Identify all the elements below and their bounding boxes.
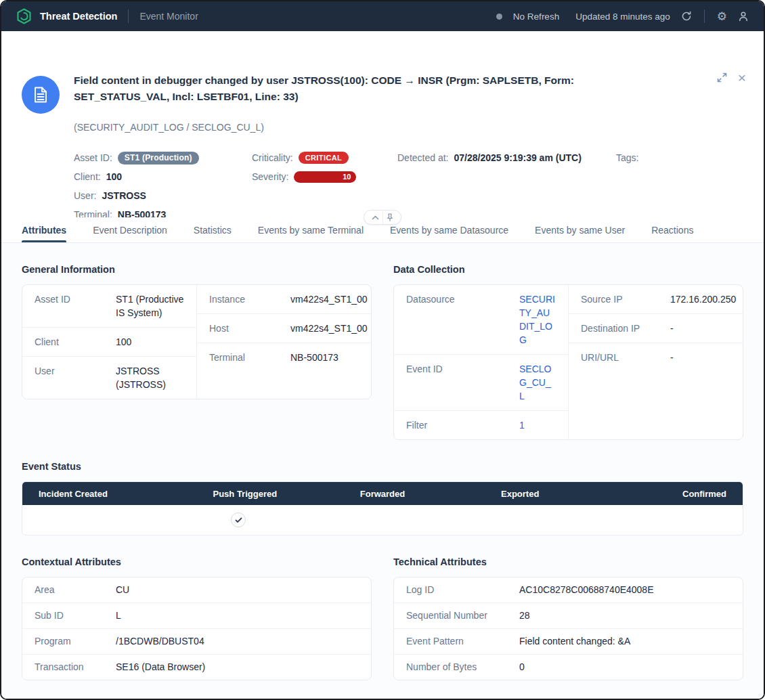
collapse-header-icon[interactable] bbox=[368, 211, 383, 224]
severity-label: Severity: bbox=[252, 171, 288, 182]
gear-icon[interactable]: ⚙ bbox=[717, 11, 727, 22]
row-label: Datasource bbox=[406, 292, 519, 347]
event-title: Field content in debugger changed by use… bbox=[74, 72, 578, 105]
table-row: Asset ID ST1 (Productive IS System) bbox=[22, 285, 196, 328]
table-row: Host vm422s4_ST1_00 bbox=[197, 314, 371, 343]
row-label: URI/URL bbox=[581, 351, 670, 364]
row-label: Log ID bbox=[406, 584, 519, 596]
row-value: SE16 (Data Browser) bbox=[116, 661, 205, 674]
push-triggered-cell bbox=[167, 512, 311, 527]
tab-reactions[interactable]: Reactions bbox=[651, 217, 693, 242]
meta-severity: Severity: 10 bbox=[252, 170, 356, 183]
row-label: Client bbox=[35, 335, 116, 349]
row-label: Sequential Number bbox=[406, 609, 519, 622]
row-label: Asset ID bbox=[35, 292, 116, 320]
row-label: Event Pattern bbox=[406, 635, 519, 648]
client-label: Client: bbox=[74, 171, 101, 182]
criticality-label: Criticality: bbox=[252, 152, 293, 163]
row-value: - bbox=[670, 322, 674, 335]
column-header: Forwarded bbox=[313, 489, 451, 499]
table-row: Terminal NB-500173 bbox=[197, 343, 371, 372]
row-label: Area bbox=[35, 584, 116, 596]
section-title: General Information bbox=[22, 264, 372, 275]
topbar-divider bbox=[128, 9, 129, 23]
filter-link[interactable]: 1 bbox=[519, 418, 525, 432]
row-label: Program bbox=[35, 635, 116, 648]
user-icon[interactable] bbox=[738, 11, 749, 22]
tab-statistics[interactable]: Statistics bbox=[194, 217, 232, 242]
asset-id-label: Asset ID: bbox=[74, 152, 112, 163]
meta-column-detected: Detected at: 07/28/2025 9:19:39 am (UTC) bbox=[397, 151, 582, 170]
row-label: Sub ID bbox=[35, 609, 116, 622]
tab-event-description[interactable]: Event Description bbox=[93, 217, 167, 242]
row-value: vm422s4_ST1_00 bbox=[290, 322, 359, 335]
data-collection-table: Datasource SECURITY_AUDIT_LOG Event ID S… bbox=[393, 284, 743, 440]
app-window: Threat Detection Event Monitor No Refres… bbox=[0, 0, 765, 700]
event-id-link[interactable]: SECLOG_CU_L bbox=[519, 362, 556, 403]
section-title: Contextual Attributes bbox=[22, 556, 372, 567]
table-row: Number of Bytes 0 bbox=[394, 655, 743, 680]
event-header-card: Field content in debugger changed by use… bbox=[1, 31, 764, 217]
row-value: /1BCDWB/DBUST04 bbox=[116, 635, 204, 648]
tab-events-same-user[interactable]: Events by same User bbox=[535, 217, 625, 242]
threat-detection-logo-icon bbox=[16, 8, 32, 24]
table-row: Log ID AC10C8278C00688740E4008E bbox=[394, 577, 743, 603]
row-value: - bbox=[670, 351, 674, 364]
table-row: Datasource SECURITY_AUDIT_LOG bbox=[394, 285, 568, 355]
row-value: 100 bbox=[116, 335, 131, 349]
row-value: Field content changed: &A bbox=[519, 635, 630, 648]
asset-id-badge: ST1 (Production) bbox=[118, 152, 199, 165]
table-row: User JSTROSS (JSTROSS) bbox=[22, 357, 196, 399]
event-status-section: Event Status Incident Created Push Trigg… bbox=[22, 461, 743, 535]
tab-events-same-terminal[interactable]: Events by same Terminal bbox=[258, 217, 364, 242]
row-label: User bbox=[35, 364, 116, 391]
detected-at-value: 07/28/2025 9:19:39 am (UTC) bbox=[454, 152, 582, 163]
nav-event-monitor[interactable]: Event Monitor bbox=[139, 11, 198, 22]
section-title: Data Collection bbox=[393, 264, 743, 275]
top-bar: Threat Detection Event Monitor No Refres… bbox=[1, 1, 764, 31]
tab-bar: Attributes Event Description Statistics … bbox=[1, 217, 764, 243]
tab-attributes[interactable]: Attributes bbox=[22, 217, 66, 242]
contextual-attributes-section: Contextual Attributes Area CU Sub ID L P… bbox=[22, 535, 372, 680]
refresh-status-dot-icon bbox=[496, 14, 502, 20]
brand: Threat Detection bbox=[16, 8, 117, 24]
severity-bar: 10 bbox=[294, 171, 356, 183]
tab-events-same-datasource[interactable]: Events by same Datasource bbox=[390, 217, 508, 242]
row-value: L bbox=[116, 609, 121, 622]
datasource-link[interactable]: SECURITY_AUDIT_LOG bbox=[519, 292, 556, 347]
event-type-badge bbox=[22, 76, 60, 114]
row-label: Host bbox=[209, 322, 290, 335]
table-row: Area CU bbox=[22, 577, 371, 603]
row-value: AC10C8278C00688740E4008E bbox=[519, 584, 654, 596]
refresh-icon[interactable] bbox=[681, 11, 692, 22]
refresh-status[interactable]: No Refresh bbox=[513, 12, 559, 22]
technical-attributes-section: Technical Attributes Log ID AC10C8278C00… bbox=[393, 535, 743, 680]
column-header: Incident Created bbox=[22, 489, 176, 499]
document-icon bbox=[32, 85, 49, 104]
row-label: Source IP bbox=[581, 292, 670, 306]
table-row: Filter 1 bbox=[394, 411, 568, 439]
close-icon[interactable]: × bbox=[738, 70, 746, 85]
table-row: Event Pattern Field content changed: &A bbox=[394, 629, 743, 655]
updated-timestamp: Updated 8 minutes ago bbox=[575, 12, 670, 22]
meta-client: Client: 100 bbox=[74, 170, 199, 183]
row-value: 0 bbox=[519, 661, 525, 674]
user-label: User: bbox=[74, 190, 96, 201]
general-information-table: Asset ID ST1 (Productive IS System) Clie… bbox=[22, 284, 372, 399]
table-row: Program /1BCDWB/DBUST04 bbox=[22, 629, 371, 655]
row-label: Instance bbox=[209, 292, 290, 306]
tags-label: Tags: bbox=[616, 152, 638, 163]
meta-column-risk: Criticality: CRITICAL Severity: 10 bbox=[252, 151, 356, 189]
row-value: 172.16.200.250 bbox=[670, 292, 730, 306]
row-value: vm422s4_ST1_00 bbox=[290, 292, 359, 306]
meta-criticality: Criticality: CRITICAL bbox=[252, 151, 356, 165]
row-value: JSTROSS (JSTROSS) bbox=[116, 364, 184, 391]
section-title: Event Status bbox=[22, 461, 743, 472]
row-label: Terminal bbox=[209, 351, 290, 364]
detected-at-label: Detected at: bbox=[397, 152, 449, 163]
severity-value: 10 bbox=[343, 173, 351, 181]
expand-icon[interactable] bbox=[717, 72, 727, 83]
user-value: JSTROSS bbox=[102, 190, 146, 201]
column-header: Push Triggered bbox=[176, 489, 313, 499]
meta-tags: Tags: bbox=[616, 151, 638, 165]
